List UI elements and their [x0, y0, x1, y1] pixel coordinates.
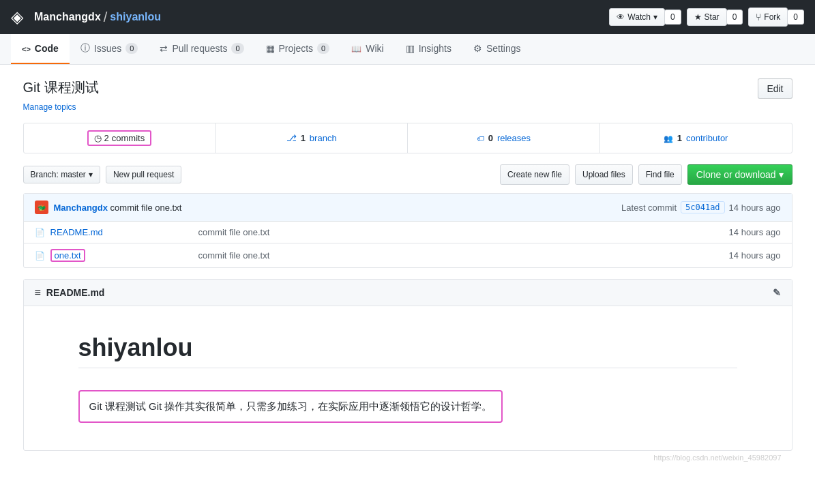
tab-projects[interactable]: Projects 0 [255, 34, 341, 64]
fork-button[interactable]: Fork [748, 8, 788, 27]
pr-badge: 0 [231, 43, 243, 54]
issue-icon [80, 42, 90, 55]
file-link[interactable]: one.txt [50, 249, 85, 262]
contributors-stat[interactable]: 1 contributor [600, 123, 792, 153]
watermark: https://blog.csdn.net/weixin_45982097 [23, 451, 792, 467]
tab-pull-requests[interactable]: Pull requests 0 [149, 34, 254, 64]
branch-icon [286, 133, 297, 143]
pr-icon [160, 43, 168, 54]
branch-count: 1 [301, 133, 306, 143]
readme-body: Git 课程测试 Git 操作其实很简单，只需多加练习，在实际应用中逐渐领悟它的… [78, 390, 503, 423]
edit-button[interactable]: Edit [758, 78, 792, 99]
tab-code-label: Code [35, 43, 59, 54]
repo-link[interactable]: shiyanlou [110, 11, 161, 23]
commits-stat[interactable]: 2 commits [24, 123, 216, 153]
tag-icon [477, 133, 484, 143]
releases-label: releases [497, 133, 531, 143]
commits-count: 2 [104, 133, 109, 143]
tab-projects-label: Projects [279, 43, 314, 54]
branches-stat[interactable]: 1 branch [216, 123, 408, 153]
branch-selector[interactable]: Branch: master ▾ [23, 166, 100, 183]
contributor-icon [664, 133, 673, 143]
watch-button[interactable]: Watch ▾ [609, 8, 665, 26]
manage-topics-link[interactable]: Manage topics [23, 102, 76, 112]
page-header: ◈ Manchangdx / shiyanlou Watch ▾ 0 Star … [0, 0, 815, 34]
file-commit-msg: commit file one.txt [198, 250, 729, 261]
fork-label: Fork [764, 12, 780, 22]
table-row: one.txt commit file one.txt 14 hours ago [24, 243, 792, 267]
wiki-icon [351, 43, 361, 54]
star-count: 0 [726, 10, 743, 25]
file-icon [35, 250, 45, 261]
file-link[interactable]: README.md [50, 227, 103, 237]
file-name-cell: README.md [35, 227, 198, 237]
project-icon [266, 43, 275, 54]
repo-header: Git 课程测试 Manage topics Edit [23, 78, 792, 112]
commit-time: 14 hours ago [729, 203, 781, 213]
branch-label: Branch: master [31, 170, 86, 179]
tab-code[interactable]: Code [11, 34, 70, 64]
upload-files-button[interactable]: Upload files [575, 164, 633, 185]
fork-count: 0 [787, 10, 804, 25]
file-table: 🐲 Manchangdx commit file one.txt Latest … [23, 193, 792, 268]
clone-or-download-button[interactable]: Clone or download ▾ [687, 164, 792, 185]
pencil-icon[interactable]: ✎ [773, 287, 781, 298]
tab-wiki-label: Wiki [366, 43, 383, 54]
github-logo-icon: ◈ [11, 8, 23, 27]
tab-issues[interactable]: Issues 0 [70, 34, 149, 64]
projects-badge: 0 [317, 43, 329, 54]
latest-commit-info: Latest commit 5c041ad 14 hours ago [621, 201, 780, 213]
chevron-down-icon: ▾ [89, 170, 93, 179]
tab-issues-label: Issues [94, 43, 121, 54]
tab-settings-label: Settings [486, 43, 521, 54]
star-button[interactable]: Star [687, 8, 727, 26]
tab-insights[interactable]: Insights [395, 34, 462, 64]
header-actions: Watch ▾ 0 Star 0 Fork 0 [609, 8, 804, 27]
readme-header: README.md ✎ [24, 280, 792, 306]
star-group: Star 0 [687, 8, 743, 26]
contributors-count: 1 [677, 133, 682, 143]
commits-highlight: 2 commits [87, 130, 152, 146]
branch-label: branch [310, 133, 337, 143]
chevron-down-icon: ▾ [653, 12, 657, 22]
commit-info: Manchangdx commit file one.txt [54, 203, 182, 213]
file-time: 14 hours ago [729, 227, 781, 237]
readme-heading: shiyanlou [78, 333, 737, 368]
commits-icon [94, 133, 102, 143]
repo-description-area: Git 课程测试 Manage topics [23, 78, 99, 112]
readme-title: README.md [46, 287, 105, 298]
breadcrumb-separator: / [104, 10, 108, 25]
contributors-label: contributor [686, 133, 728, 143]
insights-icon [406, 43, 415, 54]
readme-icon [35, 286, 41, 299]
commits-label: commits [112, 133, 145, 143]
fork-group: Fork 0 [748, 8, 804, 27]
table-row: README.md commit file one.txt 14 hours a… [24, 222, 792, 243]
file-time: 14 hours ago [729, 250, 781, 261]
clone-label: Clone or download [696, 169, 776, 180]
nav-tabs: Code Issues 0 Pull requests 0 Projects 0… [0, 34, 815, 65]
settings-icon [473, 43, 482, 54]
main-content: Git 课程测试 Manage topics Edit 2 commits 1 … [12, 65, 803, 481]
find-file-button[interactable]: Find file [638, 164, 682, 185]
releases-count: 0 [488, 133, 493, 143]
commit-hash[interactable]: 5c041ad [681, 201, 725, 213]
readme-box: README.md ✎ shiyanlou Git 课程测试 Git 操作其实很… [23, 279, 792, 451]
watch-count: 0 [664, 10, 681, 25]
create-new-file-button[interactable]: Create new file [500, 164, 569, 185]
toolbar-right-actions: Create new file Upload files Find file C… [500, 164, 792, 185]
file-toolbar: Branch: master ▾ New pull request Create… [23, 164, 792, 185]
watch-group: Watch ▾ 0 [609, 8, 681, 26]
latest-commit-row: 🐲 Manchangdx commit file one.txt Latest … [24, 194, 792, 222]
stats-bar: 2 commits 1 branch 0 releases 1 contribu… [23, 123, 792, 153]
author-avatar: 🐲 [35, 201, 48, 214]
tab-wiki[interactable]: Wiki [340, 34, 394, 64]
commit-author-link[interactable]: Manchangdx [54, 203, 108, 213]
org-link[interactable]: Manchangdx [34, 11, 101, 23]
file-commit-msg: commit file one.txt [198, 227, 729, 237]
new-pull-request-button[interactable]: New pull request [106, 166, 181, 183]
tab-settings[interactable]: Settings [462, 34, 532, 64]
code-icon [22, 43, 31, 54]
readme-content: shiyanlou Git 课程测试 Git 操作其实很简单，只需多加练习，在实… [24, 306, 792, 450]
releases-stat[interactable]: 0 releases [408, 123, 600, 153]
